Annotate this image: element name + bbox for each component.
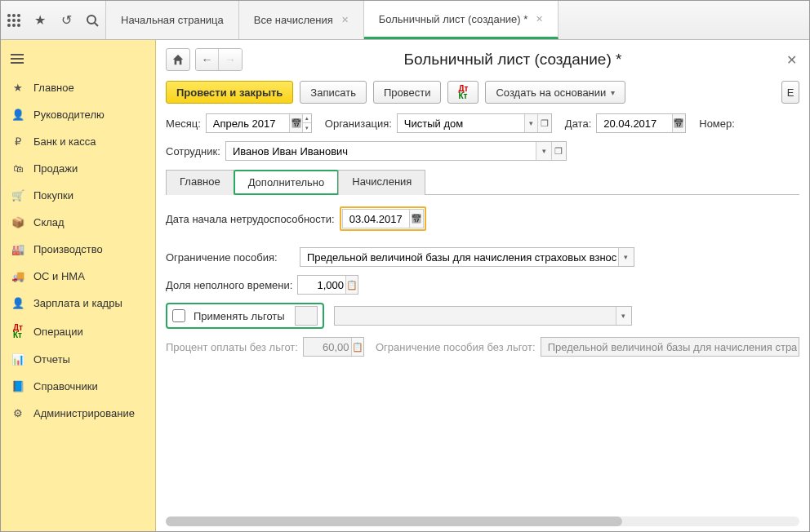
close-button[interactable]: ✕ — [783, 52, 799, 68]
open-ext-icon[interactable] — [537, 114, 550, 132]
benefit-value-input — [334, 306, 632, 326]
nav-home-button[interactable] — [166, 48, 190, 71]
svg-line-10 — [95, 23, 98, 26]
limit-input[interactable] — [300, 247, 634, 267]
disablement-start-input[interactable] — [342, 209, 424, 228]
search-icon[interactable] — [84, 12, 100, 29]
nav-back-button[interactable]: ← — [196, 49, 219, 70]
open-ext-icon[interactable] — [551, 142, 566, 160]
dropdown-icon — [616, 307, 631, 325]
top-toolbar: ★ ↺ Начальная страница Все начисления ✕ … — [1, 1, 809, 40]
month-field[interactable] — [211, 117, 289, 131]
svg-point-7 — [12, 24, 16, 27]
calendar-icon[interactable] — [672, 114, 686, 132]
sidebar-item-purchases[interactable]: 🛒Покупки — [1, 182, 155, 209]
post-button[interactable]: Провести — [373, 81, 442, 104]
currency-icon: ₽ — [11, 135, 25, 148]
sidebar-item-label: Зарплата и кадры — [33, 297, 122, 309]
parttime-field[interactable] — [303, 278, 345, 292]
sidebar-item-reports[interactable]: 📊Отчеты — [1, 346, 155, 373]
svg-point-9 — [87, 16, 96, 24]
highlight-green: Применять льготы — [166, 303, 324, 329]
disablement-start-field[interactable] — [348, 212, 410, 226]
apps-grid-icon[interactable] — [6, 12, 22, 29]
calc-icon[interactable]: 📋 — [345, 276, 358, 294]
tab-accruals[interactable]: Все начисления ✕ — [239, 1, 364, 39]
sidebar-item-operations[interactable]: ДтКтОперации — [1, 317, 155, 346]
tab-close-icon[interactable]: ✕ — [536, 14, 543, 24]
tab-label: Больничный лист (создание) * — [379, 13, 528, 25]
calendar-icon[interactable] — [289, 114, 302, 132]
date-field[interactable] — [602, 117, 671, 131]
subtab-main[interactable]: Главное — [166, 170, 234, 195]
org-field[interactable] — [403, 117, 524, 131]
sidebar-item-payroll[interactable]: 👤Зарплата и кадры — [1, 290, 155, 317]
month-spinner[interactable]: ▴▾ — [302, 114, 311, 132]
subtab-extra[interactable]: Дополнительно — [234, 170, 340, 195]
book-icon: 📘 — [11, 380, 25, 392]
dropdown-icon[interactable] — [618, 248, 634, 266]
date-label: Дата: — [565, 117, 591, 130]
history-icon[interactable]: ↺ — [58, 12, 74, 29]
cart-icon: 🛒 — [11, 189, 25, 202]
sidebar-item-label: Справочники — [33, 380, 98, 392]
calendar-icon[interactable] — [409, 210, 422, 228]
horizontal-scrollbar[interactable] — [166, 516, 799, 526]
limit-field[interactable] — [305, 250, 618, 264]
more-button[interactable]: Е — [781, 81, 799, 104]
action-buttons: Провести и закрыть Записать Провести ДтК… — [166, 81, 799, 104]
document-title: Больничный лист (создание) * — [243, 51, 783, 69]
date-input[interactable] — [596, 113, 686, 133]
sidebar-item-manager[interactable]: 👤Руководителю — [1, 101, 155, 128]
nav-arrows: ← → — [195, 48, 243, 71]
benefits-slot — [295, 306, 318, 326]
nav-forward-button[interactable]: → — [219, 49, 242, 70]
post-and-close-button[interactable]: Провести и закрыть — [166, 81, 293, 104]
create-based-on-button[interactable]: Создать на основании — [485, 81, 625, 104]
employee-input[interactable] — [225, 141, 567, 161]
svg-point-6 — [7, 24, 11, 27]
svg-point-0 — [7, 14, 11, 17]
dropdown-icon[interactable] — [536, 142, 550, 160]
sidebar-item-catalogs[interactable]: 📘Справочники — [1, 373, 155, 400]
bag-icon: 🛍 — [11, 162, 25, 175]
person-icon: 👤 — [11, 109, 25, 121]
sidebar-item-label: Склад — [33, 216, 65, 228]
sidebar-item-stock[interactable]: 📦Склад — [1, 209, 155, 236]
month-input[interactable]: ▴▾ — [206, 113, 312, 133]
sidebar-toggle[interactable] — [1, 43, 155, 74]
tab-sickleave[interactable]: Больничный лист (создание) * ✕ — [364, 1, 559, 39]
parttime-input[interactable]: 📋 — [297, 275, 358, 295]
sidebar-item-bank[interactable]: ₽Банк и касса — [1, 128, 155, 155]
person-icon: 👤 — [11, 297, 25, 309]
box-icon: 📦 — [11, 216, 25, 228]
employee-field[interactable] — [231, 144, 536, 158]
percent-input: 📋 — [303, 337, 364, 357]
star-icon[interactable]: ★ — [32, 12, 48, 29]
tab-close-icon[interactable]: ✕ — [341, 15, 349, 25]
benefits-label: Применять льготы — [194, 310, 285, 322]
dropdown-icon[interactable] — [524, 114, 537, 132]
save-button[interactable]: Записать — [300, 81, 367, 104]
org-input[interactable] — [397, 113, 552, 133]
benefits-checkbox[interactable] — [172, 309, 185, 322]
sidebar-item-os-nma[interactable]: 🚚ОС и НМА — [1, 263, 155, 290]
sidebar-item-label: Покупки — [33, 189, 73, 202]
dtkt-icon: ДтКт — [11, 324, 25, 339]
hamburger-icon — [11, 54, 145, 64]
sidebar-item-admin[interactable]: ⚙Администрирование — [1, 400, 155, 427]
sidebar-item-main[interactable]: ★Главное — [1, 74, 155, 101]
subtab-accruals[interactable]: Начисления — [338, 170, 425, 195]
svg-point-8 — [17, 24, 20, 27]
scrollbar-thumb[interactable] — [166, 516, 622, 526]
dtkt-button[interactable]: ДтКт — [447, 81, 478, 104]
percent-field — [309, 340, 351, 354]
sidebar-item-sales[interactable]: 🛍Продажи — [1, 155, 155, 182]
limit-nobenefit-input — [541, 337, 799, 357]
tab-label: Все начисления — [254, 14, 333, 26]
sidebar-item-production[interactable]: 🏭Производство — [1, 236, 155, 263]
tab-home[interactable]: Начальная страница — [106, 1, 239, 39]
sidebar-item-label: Банк и касса — [33, 135, 96, 148]
employee-label: Сотрудник: — [166, 145, 220, 157]
sidebar-item-label: ОС и НМА — [33, 270, 85, 282]
